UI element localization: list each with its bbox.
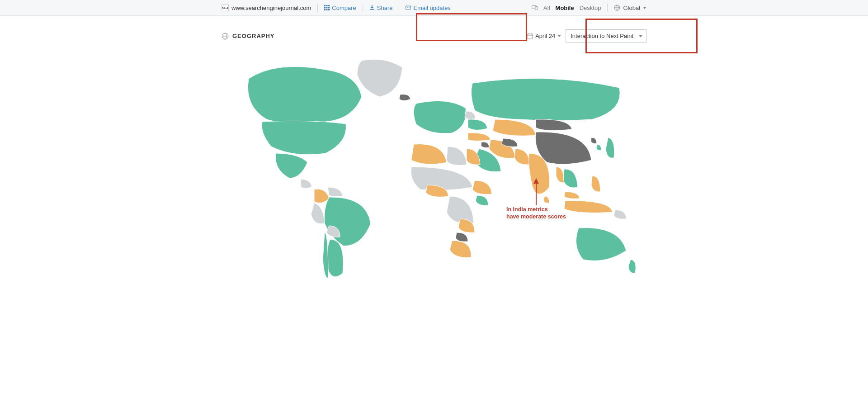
- section-title: GEOGRAPHY: [232, 33, 275, 39]
- country-new-zealand[interactable]: [628, 260, 636, 273]
- country-argentina[interactable]: [327, 239, 343, 277]
- month-picker[interactable]: April 24: [527, 33, 561, 39]
- country-canada[interactable]: [248, 66, 362, 123]
- country-australia[interactable]: [576, 228, 626, 261]
- country-south-africa[interactable]: [450, 241, 471, 257]
- country-kazakhstan[interactable]: [493, 119, 536, 136]
- country-russia[interactable]: [471, 79, 620, 121]
- metric-dropdown[interactable]: Interaction to Next Paint: [566, 29, 646, 43]
- country-brazil[interactable]: [324, 197, 371, 246]
- region-picker[interactable]: Global: [614, 5, 646, 11]
- site-favicon: SEJ: [222, 4, 229, 11]
- compare-button[interactable]: Compare: [324, 5, 356, 11]
- calendar-icon: [527, 33, 533, 39]
- email-updates-button[interactable]: Email updates: [406, 5, 450, 11]
- device-tabs: All Mobile Desktop: [532, 5, 601, 11]
- tab-all[interactable]: All: [543, 5, 550, 11]
- country-turkmenistan[interactable]: [502, 138, 518, 147]
- devices-icon: [532, 5, 538, 11]
- country-malaysia[interactable]: [564, 192, 580, 199]
- svg-rect-6: [324, 9, 326, 10]
- country-guatemala[interactable]: [301, 179, 312, 189]
- country-colombia[interactable]: [314, 189, 329, 203]
- tab-desktop[interactable]: Desktop: [580, 5, 601, 11]
- country-venezuela[interactable]: [328, 187, 343, 197]
- country-iceland[interactable]: [399, 94, 410, 100]
- country-myanmar[interactable]: [556, 167, 564, 183]
- country-philippines[interactable]: [591, 176, 600, 192]
- country-south-korea[interactable]: [596, 144, 601, 150]
- svg-rect-5: [328, 7, 330, 9]
- download-icon: [369, 5, 375, 10]
- chevron-down-icon: [639, 35, 642, 37]
- country-sri-lanka[interactable]: [543, 196, 549, 203]
- country-thailand-vietnam[interactable]: [563, 169, 578, 188]
- country-mexico[interactable]: [275, 153, 307, 178]
- country-pakistan[interactable]: [514, 149, 530, 165]
- country-kenya[interactable]: [476, 195, 488, 205]
- country-png[interactable]: [614, 210, 626, 219]
- chevron-down-icon: [643, 7, 646, 9]
- svg-rect-18: [527, 34, 533, 39]
- country-usa[interactable]: [262, 121, 346, 155]
- country-chile[interactable]: [323, 232, 328, 278]
- country-china[interactable]: [535, 132, 591, 164]
- grid-icon: [324, 5, 330, 10]
- country-morocco-algeria[interactable]: [411, 144, 447, 165]
- tab-mobile[interactable]: Mobile: [556, 5, 574, 11]
- svg-rect-0: [324, 5, 326, 6]
- svg-rect-11: [535, 6, 538, 9]
- country-syria[interactable]: [481, 142, 489, 148]
- country-western-europe[interactable]: [414, 101, 466, 133]
- mail-icon: [406, 5, 411, 10]
- separator: [317, 4, 318, 12]
- globe-icon: [222, 33, 229, 40]
- svg-rect-4: [326, 7, 328, 9]
- country-greenland[interactable]: [357, 59, 402, 97]
- svg-rect-9: [406, 6, 411, 9]
- country-mongolia[interactable]: [536, 119, 572, 130]
- country-libya[interactable]: [447, 147, 467, 165]
- country-sahel[interactable]: [411, 167, 472, 190]
- svg-rect-1: [326, 5, 328, 6]
- country-belarus[interactable]: [465, 111, 476, 119]
- svg-rect-8: [328, 9, 330, 10]
- chevron-down-icon: [557, 35, 561, 37]
- toolbar: SEJ www.searchenginejournal.com Compare …: [0, 0, 868, 16]
- svg-rect-3: [324, 7, 326, 9]
- section-header: GEOGRAPHY April 24 Interaction to Next P…: [222, 29, 646, 43]
- svg-rect-7: [326, 9, 328, 10]
- main-content: GEOGRAPHY April 24 Interaction to Next P…: [81, 16, 787, 314]
- country-ethiopia[interactable]: [472, 180, 492, 194]
- site-url: www.searchenginejournal.com: [231, 5, 311, 11]
- separator: [399, 4, 399, 12]
- country-ukraine[interactable]: [468, 119, 487, 130]
- country-japan[interactable]: [606, 137, 614, 158]
- country-peru[interactable]: [311, 203, 325, 224]
- site-indicator: SEJ www.searchenginejournal.com: [222, 4, 311, 11]
- world-map[interactable]: In India metrics have moderate scores: [222, 52, 646, 296]
- country-turkey[interactable]: [468, 133, 491, 141]
- separator: [607, 4, 608, 12]
- country-botswana[interactable]: [456, 232, 468, 241]
- separator: [363, 4, 363, 12]
- svg-rect-2: [328, 5, 330, 6]
- share-button[interactable]: Share: [369, 5, 393, 11]
- country-indonesia[interactable]: [564, 201, 613, 213]
- globe-icon: [614, 5, 620, 11]
- country-north-korea[interactable]: [591, 137, 597, 143]
